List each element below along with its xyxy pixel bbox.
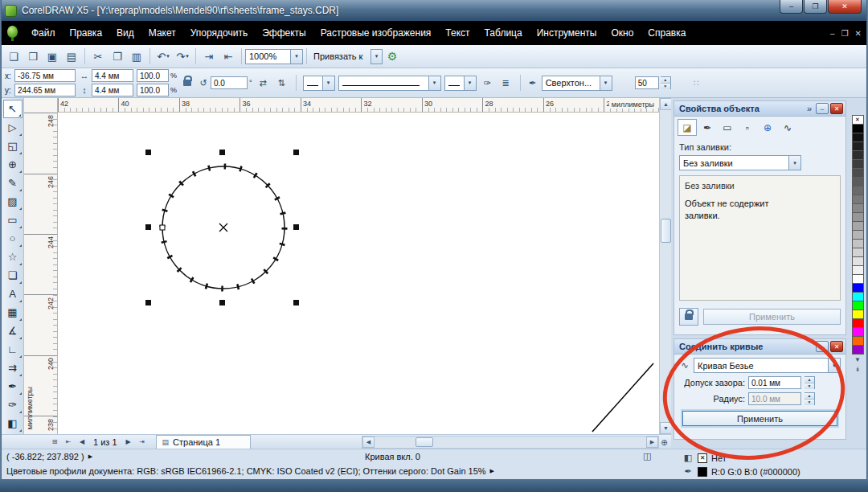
pick-tool[interactable]: ↖ [3, 100, 23, 118]
fill-none-swatch[interactable]: ✕ [698, 453, 707, 463]
x-position-field[interactable]: -36.75 мм [14, 69, 76, 82]
menu-item[interactable]: Растровые изображения [313, 21, 439, 45]
vertical-scrollbar[interactable]: ▲ ▼ [659, 98, 671, 434]
object-height-field[interactable]: 4.4 мм [92, 84, 133, 96]
menu-item[interactable]: Макет [141, 21, 183, 45]
diagonal-line-object[interactable] [592, 363, 653, 432]
snap-to-combo[interactable]: Привязать к ▾ [310, 49, 383, 64]
scale-x-field[interactable]: 100.0 [137, 69, 169, 82]
close-button[interactable]: ✕ [828, 0, 862, 14]
mirror-vertical-button[interactable]: ⇅ [274, 76, 289, 90]
next-page-icon[interactable]: ▶ [122, 436, 135, 448]
transparency-field[interactable]: 50 [635, 76, 659, 89]
spin-up-icon[interactable]: ▲ [805, 377, 814, 383]
export-button[interactable]: ⇤ [219, 47, 238, 65]
spin-down-icon[interactable]: ▼ [661, 84, 670, 89]
menu-item[interactable]: Эффекты [255, 21, 313, 45]
menu-item[interactable]: Инструменты [530, 21, 604, 45]
fill-type-combo[interactable]: Без заливки ▾ [679, 155, 801, 170]
spin-down-icon[interactable]: ▼ [805, 383, 814, 389]
rectangle-tool[interactable]: ▭ [3, 211, 23, 229]
polygon-tool[interactable]: ☆ [3, 248, 23, 266]
scroll-down-icon[interactable]: ▼ [660, 422, 672, 434]
detail-tab[interactable]: ▫ [738, 119, 757, 136]
join-mode-combo[interactable]: Кривая Безье ▾ [694, 358, 841, 373]
handle-top-left[interactable] [145, 150, 151, 155]
blend-tool[interactable]: ⇉ [3, 359, 23, 377]
zoom-level-combo[interactable]: 1000% ▾ [245, 49, 303, 64]
crop-tool[interactable]: ◱ [3, 137, 23, 155]
mirror-horizontal-button[interactable]: ⇄ [256, 76, 271, 90]
handle-bottom-center[interactable] [219, 300, 225, 305]
zoom-tool[interactable]: ⊕ [3, 155, 23, 174]
chevron-down-icon[interactable]: ▾ [371, 49, 383, 64]
scroll-right-icon[interactable]: ▶ [646, 437, 658, 448]
grid-dots-icon[interactable]: ∷ [689, 76, 704, 90]
horizontal-scrollbar[interactable]: ◀ ▶ [362, 436, 659, 449]
horizontal-scroll-thumb[interactable] [416, 437, 433, 447]
fill-tab[interactable]: ◪ [678, 119, 697, 136]
selection-handles[interactable] [145, 150, 299, 305]
gap-tolerance-spinner[interactable]: ▲▼ [805, 376, 815, 389]
options-gear-icon[interactable]: ⚙ [383, 50, 402, 63]
handle-bottom-right[interactable] [293, 300, 299, 305]
title-bar[interactable]: CorelDRAW X5 - [Y:\reprap\models\Mendel9… [0, 0, 868, 21]
undo-button[interactable]: ↶▾ [154, 47, 173, 65]
menu-item[interactable]: Правка [63, 21, 110, 45]
scroll-left-icon[interactable]: ◀ [362, 437, 375, 448]
menu-item[interactable]: Таблица [477, 21, 530, 45]
open-button[interactable]: ❒ [23, 47, 43, 65]
start-arrowhead-combo[interactable]: ▾ [303, 76, 335, 91]
menu-item[interactable]: Упорядочить [183, 21, 255, 45]
import-button[interactable]: ⇥ [199, 47, 219, 65]
minimize-button[interactable]: – [780, 0, 803, 14]
outline-tab[interactable]: ✒ [698, 119, 717, 136]
table-tool[interactable]: ▦ [3, 303, 23, 322]
vertical-scroll-thumb[interactable] [661, 219, 671, 243]
expand-arrow-icon[interactable]: ▶ [490, 468, 494, 474]
previous-page-icon[interactable]: ◀ [76, 436, 88, 448]
shape-tool[interactable]: ▷ [3, 118, 23, 137]
scroll-up-icon[interactable]: ▲ [660, 98, 672, 110]
connector-tool[interactable]: ∟ [3, 340, 23, 359]
zoom-page-icon[interactable]: ⊕ [658, 437, 670, 449]
fill-tool[interactable]: ◧ [3, 414, 23, 433]
add-page-icon[interactable]: ⊞ [48, 436, 61, 448]
docker-close-button[interactable]: ✕ [830, 103, 843, 114]
dimension-tool[interactable]: ∡ [3, 322, 23, 340]
outline-width-combo[interactable]: Сверхтон... ▾ [542, 76, 612, 91]
scale-y-field[interactable]: 100.0 [137, 84, 169, 96]
chevron-down-icon[interactable]: ▾ [600, 76, 612, 90]
transparency-spinner[interactable]: ▲▼ [661, 76, 671, 89]
chevron-down-icon[interactable]: ▾ [322, 76, 334, 90]
scale-lock-button[interactable] [180, 71, 194, 95]
docker-minimize-button[interactable]: – [816, 103, 829, 114]
ellipse-tool[interactable]: ○ [3, 229, 23, 248]
menu-item[interactable]: Файл [24, 21, 63, 45]
first-page-icon[interactable]: ⇤ [62, 436, 75, 448]
horizontal-ruler[interactable]: 42403836343230282624 миллиметры [58, 98, 659, 113]
rotation-angle-field[interactable]: 0.0 [211, 76, 248, 89]
outline-pen-icon[interactable]: ✑ [480, 76, 495, 90]
redo-button[interactable]: ↷▾ [173, 47, 192, 65]
smart-fill-tool[interactable]: ▨ [3, 192, 23, 211]
apply-button-disabled[interactable]: Применить [703, 309, 841, 325]
handle-bottom-left[interactable] [145, 300, 151, 305]
outline-style-combo[interactable]: ▾ [338, 76, 441, 91]
expand-arrow-icon[interactable]: ▶ [88, 453, 92, 460]
chevron-right-icon[interactable]: » [807, 104, 812, 113]
end-arrowhead-combo[interactable]: ▾ [444, 76, 477, 91]
menu-item[interactable]: Текст [438, 21, 477, 45]
save-button[interactable]: ▣ [43, 47, 62, 65]
y-position-field[interactable]: 244.65 мм [14, 84, 76, 96]
menu-item[interactable]: Справка [641, 21, 693, 45]
chevron-down-icon[interactable]: ▾ [788, 156, 800, 170]
doc-restore-icon[interactable]: ❐ [841, 29, 849, 38]
purple[interactable] [852, 345, 864, 355]
new-button[interactable]: ❑ [4, 47, 23, 65]
handle-top-center[interactable] [219, 150, 225, 155]
chevron-down-icon[interactable]: ▾ [464, 76, 476, 90]
menu-item[interactable]: Вид [109, 21, 141, 45]
join-apply-button[interactable]: Применить [682, 411, 837, 426]
chevron-down-icon[interactable]: ▾ [828, 359, 840, 372]
